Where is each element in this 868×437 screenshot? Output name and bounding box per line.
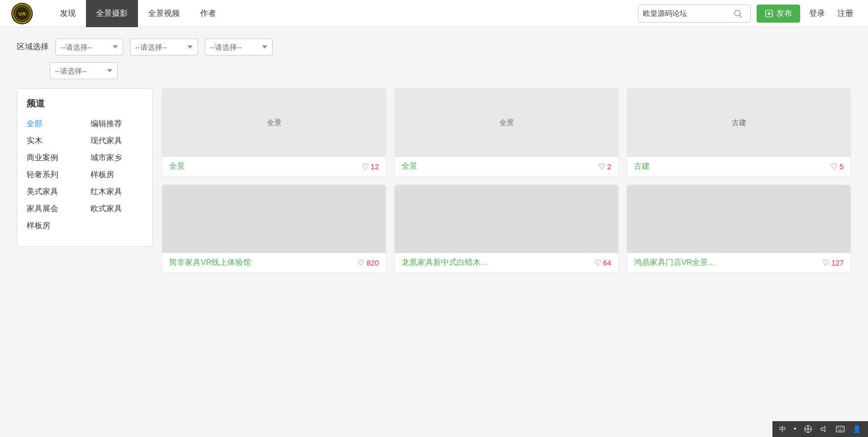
search-input[interactable] [643, 9, 733, 18]
main-content: 区域选择 --请选择-- --请选择-- --请选择-- --请选择-- 频道 … [0, 27, 868, 284]
card-4-image [162, 185, 386, 253]
region-select-3[interactable]: --请选择-- [205, 38, 273, 55]
channel-item-expo[interactable]: 家具展会 [27, 203, 79, 215]
channel-item-commercial[interactable]: 商业案例 [27, 152, 79, 164]
heart-icon-3: ♡ [831, 162, 838, 171]
card-6-image [627, 185, 850, 253]
card-4-likes-count: 820 [366, 259, 379, 267]
heart-icon-4: ♡ [357, 258, 365, 267]
channel-item-solid[interactable]: 实木 [27, 135, 79, 147]
card-1[interactable]: 全景 全景 ♡ 12 [162, 88, 386, 177]
card-3-footer: 古建 ♡ 5 [627, 157, 850, 176]
svg-line-4 [740, 15, 742, 18]
channel-item-redwood[interactable]: 红木家具 [90, 186, 143, 198]
card-5[interactable]: 龙凰家具新中式白蜡木... ♡ 64 [394, 185, 619, 273]
header: VR 发现 全景摄影 全景视频 作者 发布 登录 注册 [0, 0, 868, 27]
main-nav: 发现 全景摄影 全景视频 作者 [50, 0, 226, 27]
card-2-footer: 全景 ♡ 2 [395, 157, 618, 176]
svg-text:VR: VR [18, 11, 26, 17]
channel-item-luxury[interactable]: 轻奢系列 [27, 169, 79, 181]
heart-icon-1: ♡ [362, 162, 369, 171]
card-5-likes-count: 64 [603, 259, 611, 267]
region-label: 区域选择 [17, 42, 49, 52]
register-button[interactable]: 注册 [834, 8, 857, 19]
card-1-likes: ♡ 12 [362, 162, 379, 171]
region-select-1[interactable]: --请选择-- [55, 38, 123, 55]
channel-item-american[interactable]: 美式家具 [27, 186, 79, 198]
channel-title: 频道 [27, 98, 143, 110]
channel-item-all[interactable]: 全部 [27, 118, 79, 130]
card-6[interactable]: 鸿鼎家具门店VR全景... ♡ 127 [627, 185, 851, 273]
card-2-image: 全景 [395, 89, 618, 157]
nav-panorama-video[interactable]: 全景视频 [138, 0, 190, 27]
card-3-image-text: 古建 [732, 118, 746, 128]
region-select-2[interactable]: --请选择-- [130, 38, 198, 55]
cards-area: 全景 全景 ♡ 12 全景 全景 [162, 88, 851, 273]
search-button[interactable] [733, 9, 742, 18]
card-1-title: 全景 [169, 161, 362, 172]
nav-panorama-photo[interactable]: 全景摄影 [86, 0, 138, 27]
svg-point-3 [735, 10, 740, 16]
header-right: 发布 登录 注册 [638, 5, 857, 23]
card-6-likes-count: 127 [831, 259, 844, 267]
channel-item-sample[interactable]: 样板房 [27, 220, 79, 232]
channel-grid: 全部 编辑推荐 实木 现代家具 商业案例 城市家乡 轻奢系列 样板房 美式家具 … [27, 118, 143, 232]
search-box [638, 5, 751, 23]
channel-sidebar: 频道 全部 编辑推荐 实木 现代家具 商业案例 城市家乡 轻奢系列 样板房 美式… [17, 88, 153, 247]
card-4-likes: ♡ 820 [357, 258, 379, 267]
channel-item-urban[interactable]: 城市家乡 [90, 152, 143, 164]
heart-icon-2: ♡ [598, 162, 606, 171]
channel-item-editor[interactable]: 编辑推荐 [90, 118, 143, 130]
card-3-likes-count: 5 [840, 162, 844, 171]
card-2-likes-count: 2 [607, 162, 611, 171]
region-select-4[interactable]: --请选择-- [50, 62, 118, 79]
channel-item-modern[interactable]: 现代家具 [90, 135, 143, 147]
card-2-title: 全景 [401, 161, 598, 172]
region-selector-row1: 区域选择 --请选择-- --请选择-- --请选择-- [17, 38, 851, 55]
card-2[interactable]: 全景 全景 ♡ 2 [394, 88, 619, 177]
card-1-image-text: 全景 [267, 118, 282, 128]
card-6-title: 鸿鼎家具门店VR全景... [634, 258, 822, 268]
card-3-image: 古建 [627, 89, 850, 157]
card-4-title: 简非家具VR线上体验馆 [169, 258, 357, 268]
heart-icon-5: ♡ [594, 258, 602, 267]
card-6-footer: 鸿鼎家具门店VR全景... ♡ 127 [627, 253, 850, 272]
region-selector-row2: --请选择-- [50, 62, 851, 79]
card-5-title: 龙凰家具新中式白蜡木... [401, 258, 594, 268]
channel-item-european[interactable]: 欧式家具 [90, 203, 143, 215]
card-1-image: 全景 [162, 89, 386, 157]
card-2-likes: ♡ 2 [598, 162, 611, 171]
card-3-title: 古建 [634, 161, 831, 172]
nav-author[interactable]: 作者 [190, 0, 226, 27]
login-button[interactable]: 登录 [806, 8, 828, 19]
card-1-likes-count: 12 [371, 162, 379, 171]
card-4[interactable]: 简非家具VR线上体验馆 ♡ 820 [162, 185, 386, 273]
card-3[interactable]: 古建 古建 ♡ 5 [627, 88, 851, 177]
publish-button[interactable]: 发布 [757, 5, 800, 23]
card-5-image [395, 185, 618, 253]
card-2-image-text: 全景 [499, 118, 514, 128]
nav-discover[interactable]: 发现 [50, 0, 86, 27]
heart-icon-6: ♡ [822, 258, 830, 267]
card-3-likes: ♡ 5 [831, 162, 844, 171]
card-4-footer: 简非家具VR线上体验馆 ♡ 820 [162, 253, 386, 272]
cards-grid: 全景 全景 ♡ 12 全景 全景 [162, 88, 851, 273]
card-5-likes: ♡ 64 [594, 258, 611, 267]
content-area: 频道 全部 编辑推荐 实木 现代家具 商业案例 城市家乡 轻奢系列 样板房 美式… [17, 88, 851, 273]
channel-item-model[interactable]: 样板房 [90, 169, 143, 181]
card-6-likes: ♡ 127 [822, 258, 844, 267]
card-5-footer: 龙凰家具新中式白蜡木... ♡ 64 [395, 253, 618, 272]
logo[interactable]: VR [11, 3, 33, 24]
card-1-footer: 全景 ♡ 12 [162, 157, 386, 176]
